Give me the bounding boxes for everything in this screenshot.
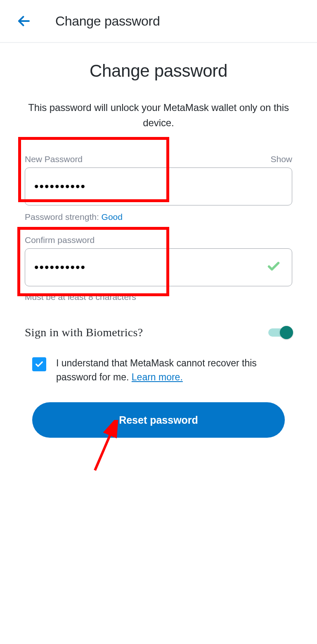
content-area: Change password This password will unloc… [0, 43, 317, 438]
biometrics-label: Sign in with Biometrics? [25, 326, 143, 339]
consent-text: I understand that MetaMask cannot recove… [56, 356, 292, 384]
page-subtitle: This password will unlock your MetaMask … [25, 100, 292, 130]
page-title: Change password [25, 61, 292, 81]
checkmark-icon [267, 259, 281, 275]
toggle-knob [280, 326, 293, 339]
new-password-input[interactable] [25, 167, 292, 205]
biometrics-toggle[interactable] [268, 326, 292, 339]
check-icon [35, 360, 44, 369]
confirm-password-group: Confirm password Must be at least 8 char… [25, 235, 292, 302]
password-strength-value: Good [102, 212, 123, 222]
new-password-label: New Password [25, 154, 83, 164]
password-strength-label: Password strength: [25, 212, 102, 222]
reset-password-button[interactable]: Reset password [32, 402, 285, 438]
arrow-left-icon [17, 14, 31, 28]
consent-row: I understand that MetaMask cannot recove… [25, 356, 292, 384]
consent-checkbox[interactable] [32, 357, 46, 371]
password-strength-row: Password strength: Good [25, 212, 292, 222]
confirm-password-hint: Must be at least 8 characters [25, 292, 292, 302]
biometrics-row: Sign in with Biometrics? [25, 326, 292, 339]
confirm-password-label: Confirm password [25, 235, 95, 245]
learn-more-link[interactable]: Learn more. [132, 372, 183, 382]
confirm-password-input[interactable] [25, 248, 292, 286]
show-password-link[interactable]: Show [270, 154, 292, 164]
app-header: Change password [0, 0, 317, 43]
back-button[interactable] [17, 14, 31, 28]
new-password-group: New Password Show Password strength: Goo… [25, 154, 292, 222]
header-title: Change password [55, 14, 160, 29]
